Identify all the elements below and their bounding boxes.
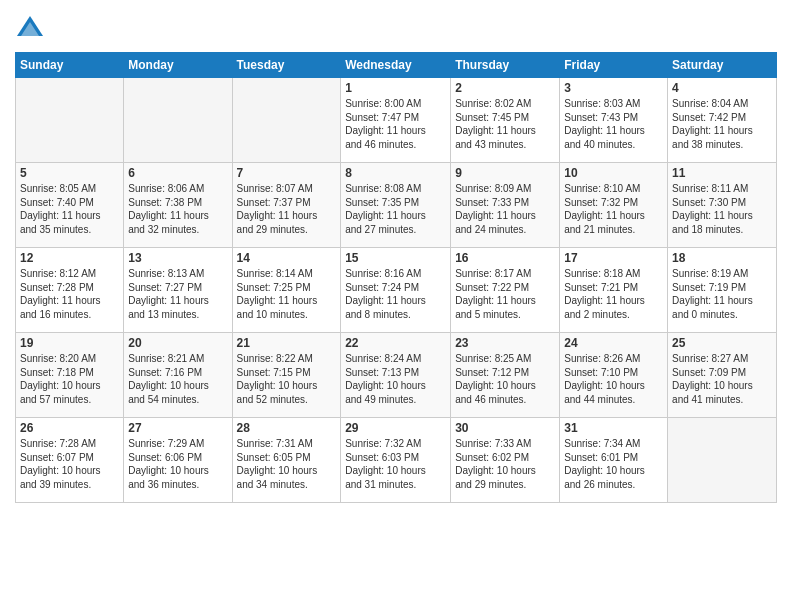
day-info: Sunrise: 8:19 AM Sunset: 7:19 PM Dayligh… (672, 267, 772, 321)
calendar-cell: 3Sunrise: 8:03 AM Sunset: 7:43 PM Daylig… (560, 78, 668, 163)
day-info: Sunrise: 8:00 AM Sunset: 7:47 PM Dayligh… (345, 97, 446, 151)
day-number: 17 (564, 251, 663, 265)
calendar-cell: 20Sunrise: 8:21 AM Sunset: 7:16 PM Dayli… (124, 333, 232, 418)
calendar-week-row: 12Sunrise: 8:12 AM Sunset: 7:28 PM Dayli… (16, 248, 777, 333)
calendar-cell: 10Sunrise: 8:10 AM Sunset: 7:32 PM Dayli… (560, 163, 668, 248)
calendar-cell: 27Sunrise: 7:29 AM Sunset: 6:06 PM Dayli… (124, 418, 232, 503)
calendar-cell: 6Sunrise: 8:06 AM Sunset: 7:38 PM Daylig… (124, 163, 232, 248)
day-info: Sunrise: 8:27 AM Sunset: 7:09 PM Dayligh… (672, 352, 772, 406)
calendar-cell: 25Sunrise: 8:27 AM Sunset: 7:09 PM Dayli… (668, 333, 777, 418)
calendar-header-row: SundayMondayTuesdayWednesdayThursdayFrid… (16, 53, 777, 78)
day-info: Sunrise: 8:24 AM Sunset: 7:13 PM Dayligh… (345, 352, 446, 406)
day-number: 26 (20, 421, 119, 435)
day-info: Sunrise: 8:09 AM Sunset: 7:33 PM Dayligh… (455, 182, 555, 236)
day-info: Sunrise: 8:05 AM Sunset: 7:40 PM Dayligh… (20, 182, 119, 236)
day-info: Sunrise: 7:31 AM Sunset: 6:05 PM Dayligh… (237, 437, 337, 491)
day-number: 23 (455, 336, 555, 350)
calendar-cell: 21Sunrise: 8:22 AM Sunset: 7:15 PM Dayli… (232, 333, 341, 418)
calendar-cell: 28Sunrise: 7:31 AM Sunset: 6:05 PM Dayli… (232, 418, 341, 503)
header (15, 10, 777, 44)
day-number: 2 (455, 81, 555, 95)
calendar-cell: 19Sunrise: 8:20 AM Sunset: 7:18 PM Dayli… (16, 333, 124, 418)
day-number: 18 (672, 251, 772, 265)
calendar-cell: 1Sunrise: 8:00 AM Sunset: 7:47 PM Daylig… (341, 78, 451, 163)
day-number: 9 (455, 166, 555, 180)
day-number: 12 (20, 251, 119, 265)
day-of-week-header: Tuesday (232, 53, 341, 78)
day-info: Sunrise: 8:08 AM Sunset: 7:35 PM Dayligh… (345, 182, 446, 236)
day-info: Sunrise: 8:12 AM Sunset: 7:28 PM Dayligh… (20, 267, 119, 321)
calendar-cell: 29Sunrise: 7:32 AM Sunset: 6:03 PM Dayli… (341, 418, 451, 503)
day-number: 31 (564, 421, 663, 435)
day-info: Sunrise: 7:28 AM Sunset: 6:07 PM Dayligh… (20, 437, 119, 491)
calendar-cell (232, 78, 341, 163)
day-number: 30 (455, 421, 555, 435)
calendar-cell (124, 78, 232, 163)
calendar-cell: 30Sunrise: 7:33 AM Sunset: 6:02 PM Dayli… (451, 418, 560, 503)
day-number: 7 (237, 166, 337, 180)
day-info: Sunrise: 8:07 AM Sunset: 7:37 PM Dayligh… (237, 182, 337, 236)
day-info: Sunrise: 8:13 AM Sunset: 7:27 PM Dayligh… (128, 267, 227, 321)
day-number: 5 (20, 166, 119, 180)
day-info: Sunrise: 8:02 AM Sunset: 7:45 PM Dayligh… (455, 97, 555, 151)
page: SundayMondayTuesdayWednesdayThursdayFrid… (0, 0, 792, 612)
day-of-week-header: Sunday (16, 53, 124, 78)
day-of-week-header: Wednesday (341, 53, 451, 78)
day-info: Sunrise: 8:26 AM Sunset: 7:10 PM Dayligh… (564, 352, 663, 406)
day-number: 28 (237, 421, 337, 435)
day-number: 4 (672, 81, 772, 95)
calendar-cell: 17Sunrise: 8:18 AM Sunset: 7:21 PM Dayli… (560, 248, 668, 333)
calendar-cell (16, 78, 124, 163)
day-info: Sunrise: 8:04 AM Sunset: 7:42 PM Dayligh… (672, 97, 772, 151)
day-number: 19 (20, 336, 119, 350)
calendar-cell: 18Sunrise: 8:19 AM Sunset: 7:19 PM Dayli… (668, 248, 777, 333)
day-info: Sunrise: 8:22 AM Sunset: 7:15 PM Dayligh… (237, 352, 337, 406)
calendar-cell: 11Sunrise: 8:11 AM Sunset: 7:30 PM Dayli… (668, 163, 777, 248)
day-number: 20 (128, 336, 227, 350)
day-number: 16 (455, 251, 555, 265)
day-info: Sunrise: 7:32 AM Sunset: 6:03 PM Dayligh… (345, 437, 446, 491)
calendar-cell: 4Sunrise: 8:04 AM Sunset: 7:42 PM Daylig… (668, 78, 777, 163)
calendar-cell: 8Sunrise: 8:08 AM Sunset: 7:35 PM Daylig… (341, 163, 451, 248)
day-info: Sunrise: 8:14 AM Sunset: 7:25 PM Dayligh… (237, 267, 337, 321)
calendar-cell: 5Sunrise: 8:05 AM Sunset: 7:40 PM Daylig… (16, 163, 124, 248)
day-number: 11 (672, 166, 772, 180)
day-info: Sunrise: 7:33 AM Sunset: 6:02 PM Dayligh… (455, 437, 555, 491)
calendar-cell: 9Sunrise: 8:09 AM Sunset: 7:33 PM Daylig… (451, 163, 560, 248)
calendar-cell: 14Sunrise: 8:14 AM Sunset: 7:25 PM Dayli… (232, 248, 341, 333)
day-of-week-header: Monday (124, 53, 232, 78)
day-info: Sunrise: 8:20 AM Sunset: 7:18 PM Dayligh… (20, 352, 119, 406)
calendar-cell: 31Sunrise: 7:34 AM Sunset: 6:01 PM Dayli… (560, 418, 668, 503)
calendar-week-row: 19Sunrise: 8:20 AM Sunset: 7:18 PM Dayli… (16, 333, 777, 418)
day-info: Sunrise: 8:17 AM Sunset: 7:22 PM Dayligh… (455, 267, 555, 321)
day-number: 25 (672, 336, 772, 350)
calendar-cell: 2Sunrise: 8:02 AM Sunset: 7:45 PM Daylig… (451, 78, 560, 163)
day-info: Sunrise: 7:29 AM Sunset: 6:06 PM Dayligh… (128, 437, 227, 491)
day-number: 3 (564, 81, 663, 95)
calendar-cell (668, 418, 777, 503)
day-info: Sunrise: 7:34 AM Sunset: 6:01 PM Dayligh… (564, 437, 663, 491)
day-number: 8 (345, 166, 446, 180)
logo-icon (15, 14, 45, 44)
calendar-cell: 23Sunrise: 8:25 AM Sunset: 7:12 PM Dayli… (451, 333, 560, 418)
calendar-week-row: 26Sunrise: 7:28 AM Sunset: 6:07 PM Dayli… (16, 418, 777, 503)
day-of-week-header: Saturday (668, 53, 777, 78)
calendar: SundayMondayTuesdayWednesdayThursdayFrid… (15, 52, 777, 503)
calendar-week-row: 5Sunrise: 8:05 AM Sunset: 7:40 PM Daylig… (16, 163, 777, 248)
day-info: Sunrise: 8:18 AM Sunset: 7:21 PM Dayligh… (564, 267, 663, 321)
day-info: Sunrise: 8:25 AM Sunset: 7:12 PM Dayligh… (455, 352, 555, 406)
day-number: 10 (564, 166, 663, 180)
day-number: 27 (128, 421, 227, 435)
day-number: 24 (564, 336, 663, 350)
day-number: 13 (128, 251, 227, 265)
day-info: Sunrise: 8:03 AM Sunset: 7:43 PM Dayligh… (564, 97, 663, 151)
day-number: 22 (345, 336, 446, 350)
day-number: 15 (345, 251, 446, 265)
calendar-cell: 13Sunrise: 8:13 AM Sunset: 7:27 PM Dayli… (124, 248, 232, 333)
day-info: Sunrise: 8:10 AM Sunset: 7:32 PM Dayligh… (564, 182, 663, 236)
calendar-cell: 22Sunrise: 8:24 AM Sunset: 7:13 PM Dayli… (341, 333, 451, 418)
day-number: 21 (237, 336, 337, 350)
day-number: 14 (237, 251, 337, 265)
day-info: Sunrise: 8:16 AM Sunset: 7:24 PM Dayligh… (345, 267, 446, 321)
day-number: 1 (345, 81, 446, 95)
